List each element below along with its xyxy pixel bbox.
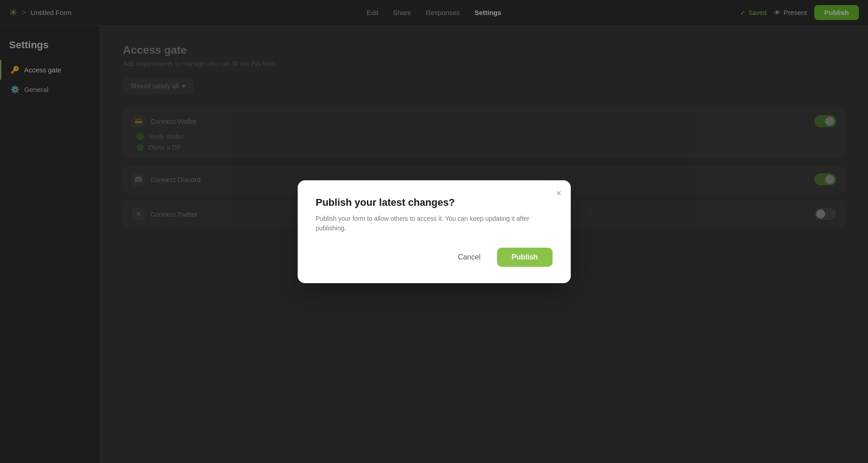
modal-overlay: × Publish your latest changes? Publish y… (0, 0, 868, 463)
modal-description: Publish your form to allow others to acc… (316, 214, 553, 233)
publish-modal: × Publish your latest changes? Publish y… (298, 180, 571, 283)
modal-title: Publish your latest changes? (316, 197, 553, 209)
modal-actions: Cancel Publish (316, 248, 553, 267)
cancel-button[interactable]: Cancel (449, 249, 490, 266)
publish-button-modal[interactable]: Publish (497, 248, 553, 267)
modal-close-button[interactable]: × (556, 188, 562, 198)
